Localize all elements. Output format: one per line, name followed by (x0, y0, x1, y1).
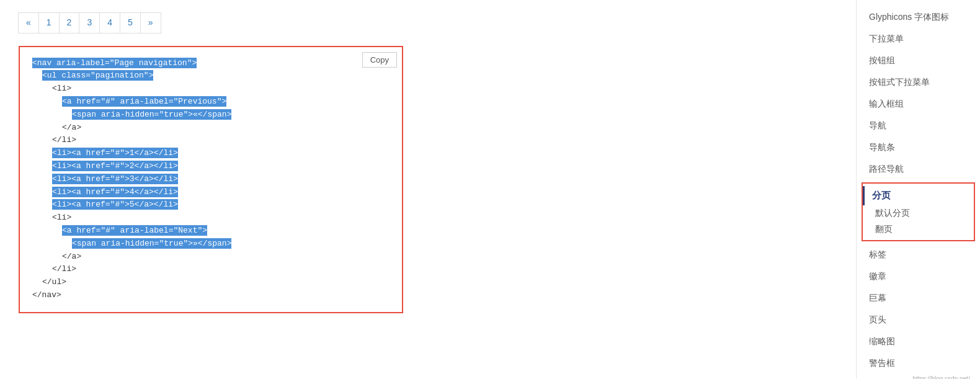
sidebar-section-title: 分页 (863, 186, 974, 205)
pagination-demo: const pdata = JSON.parse(document.getEle… (19, 12, 837, 33)
page-item[interactable]: 4 (99, 12, 120, 33)
sidebar-item[interactable]: 导航条 (857, 136, 980, 158)
code-line: <li><a href="#">5</a></li> (32, 198, 390, 212)
sidebar-item[interactable]: 输入框组 (857, 93, 980, 115)
code-line: <ul class="pagination"> (32, 69, 390, 82)
main-content: const pdata = JSON.parse(document.getEle… (0, 0, 856, 379)
sidebar-active-section: 分页 默认分页翻页 (862, 182, 975, 241)
sidebar-sub-item[interactable]: 翻页 (863, 221, 974, 238)
code-line: </nav> (32, 289, 390, 302)
sidebar-item[interactable]: 标签 (857, 244, 980, 265)
sidebar-item[interactable]: Glyphicons 字体图标 (857, 6, 980, 28)
page-item[interactable]: 5 (120, 12, 141, 33)
sidebar-item[interactable]: 缩略图 (857, 331, 980, 352)
sidebar-item[interactable]: 下拉菜单 (857, 28, 980, 50)
code-line: </ul> (32, 276, 390, 289)
sidebar: Glyphicons 字体图标下拉菜单按钮组按钮式下拉菜单输入框组导航导航条路径… (856, 0, 980, 379)
code-line: <nav aria-label="Page navigation"> (32, 57, 390, 70)
code-line: <span aria-hidden="true">»</span> (32, 238, 390, 251)
page-item[interactable]: 1 (38, 12, 60, 33)
sidebar-items-above: Glyphicons 字体图标下拉菜单按钮组按钮式下拉菜单输入框组导航导航条路径… (857, 6, 980, 180)
code-line: <li><a href="#">2</a></li> (32, 160, 390, 173)
sidebar-item[interactable]: 警告框 (857, 352, 980, 374)
sidebar-items-below: 标签徽章巨幕页头缩略图警告框 (857, 244, 980, 374)
sidebar-item[interactable]: 徽章 (857, 265, 980, 287)
copy-button[interactable]: Copy (362, 52, 397, 68)
code-line: </li> (32, 263, 390, 276)
page-item[interactable]: « (18, 12, 39, 33)
watermark: https://blog.csdn.net/... (857, 374, 980, 379)
sidebar-item[interactable]: 导航 (857, 115, 980, 136)
code-line: <li> (32, 212, 390, 225)
sidebar-sub-item[interactable]: 默认分页 (863, 205, 974, 221)
code-line: </a> (32, 251, 390, 264)
code-line: <li><a href="#">4</a></li> (32, 186, 390, 199)
code-block: (function() { const d = JSON.parse(docum… (20, 47, 402, 312)
sidebar-item[interactable]: 页头 (857, 309, 980, 331)
code-line: <li> (32, 82, 390, 96)
page-item[interactable]: » (140, 12, 161, 33)
code-line: </li> (32, 134, 390, 147)
sidebar-item[interactable]: 按钮组 (857, 50, 980, 71)
code-line: <li><a href="#">3</a></li> (32, 173, 390, 186)
code-line: <a href="#" aria-label="Next"> (32, 225, 390, 238)
code-area-wrapper: Copy (function() { const d = JSON.parse(… (19, 46, 403, 313)
code-line: <a href="#" aria-label="Previous"> (32, 96, 390, 109)
sidebar-sub-items: 默认分页翻页 (863, 205, 974, 238)
code-line: <span aria-hidden="true">«</span> (32, 109, 390, 122)
sidebar-item[interactable]: 路径导航 (857, 158, 980, 180)
page-item[interactable]: 2 (59, 12, 80, 33)
code-line: </a> (32, 122, 390, 135)
code-line: <li><a href="#">1</a></li> (32, 147, 390, 160)
sidebar-item[interactable]: 按钮式下拉菜单 (857, 71, 980, 93)
page-item[interactable]: 3 (79, 12, 100, 33)
sidebar-item[interactable]: 巨幕 (857, 287, 980, 309)
